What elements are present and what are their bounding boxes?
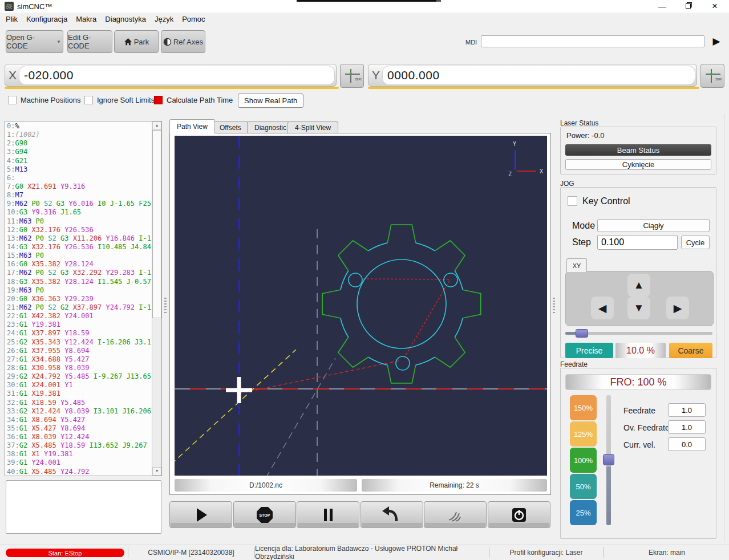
beam-status-button[interactable]: Beam Status [565,144,711,156]
pause-button[interactable] [297,501,359,528]
gcode-line[interactable]: 18:G3 X35.382 Y28.124 I1.545 J-0.57 [7,278,151,286]
menu-item-konfiguracja[interactable]: Konfiguracja [26,13,67,26]
gcode-line[interactable]: 24:G1 X37.897 Y18.59 [7,329,151,338]
gcode-line[interactable]: 37:G2 X5.485 Y18.59 I13.652 J9.267 [7,441,151,450]
jog-down-button[interactable]: ▼ [627,297,650,319]
gcode-line[interactable]: 32:G1 X18.59 Y5.485 [7,399,151,407]
gcode-line[interactable]: 6: [7,174,151,182]
gcode-line[interactable]: 28:G1 X30.958 Y8.039 [7,364,151,372]
gcode-line[interactable]: 17:M62 P0 S2 G3 X32.292 Y29.283 I-1 [7,269,151,277]
gcode-line[interactable]: 9:M62 P0 S2 G3 Y6.016 I0 J-1.65 F250 [7,200,151,208]
tab-path-view[interactable]: Path View [169,119,215,133]
gcode-line[interactable]: 20:G0 X36.363 Y29.239 [7,295,151,303]
gcode-line[interactable]: 36:G1 X8.039 Y12.424 [7,433,151,441]
curr-vel-input[interactable] [668,437,706,451]
gcode-line[interactable]: 0:% [7,122,151,131]
coarse-button[interactable]: Coarse [669,343,712,358]
feedrate-preset-100%[interactable]: 100% [570,448,597,473]
blow-button[interactable] [424,501,487,528]
gcode-line[interactable]: 27:G1 X34.688 Y5.427 [7,355,151,364]
play-button[interactable] [169,501,232,528]
tab-4-split-view[interactable]: 4-Split View [287,121,338,133]
park-button[interactable]: Park [114,30,159,53]
gcode-line[interactable]: 38:G1 X1 Y19.381 [7,450,151,458]
gcode-line[interactable]: 40:G1 X5.485 Y24.792 [7,468,151,475]
ref-axes-button[interactable]: Ref Axes [161,30,205,53]
jog-pad-tab-xy[interactable]: XY [566,258,587,272]
gcode-line[interactable]: 34:G1 X8.694 Y5.427 [7,416,151,424]
gcode-line[interactable]: 5:M13 [7,165,151,174]
menu-item-plik[interactable]: Plik [6,13,18,26]
undo-button[interactable] [361,501,423,528]
feedrate-preset-150%[interactable]: 150% [570,395,597,420]
gcode-line[interactable]: 35:G1 X5.427 Y8.694 [7,424,151,433]
cyknięcie-button[interactable]: Cyknięcie [565,159,711,170]
jog-right-button[interactable]: ▶ [666,297,689,319]
calculate-path-time-checkbox[interactable] [154,96,163,104]
gcode-line[interactable]: 22:G1 X42.382 Y24.001 [7,312,151,320]
gcode-line[interactable]: 39:G1 Y24.001 [7,458,151,467]
menu-item-makra[interactable]: Makra [76,13,96,26]
mdi-send-button[interactable]: ▶ [709,34,724,48]
gcode-line[interactable]: 1:(1002) [7,131,151,139]
gcode-line[interactable]: 3:G94 [7,148,151,156]
gcode-line[interactable]: 21:M62 P0 S2 G2 X37.897 Y24.792 I-14 [7,303,151,312]
scrollbar-thumb[interactable] [152,130,161,318]
jog-up-button[interactable]: ▲ [627,274,650,297]
tab-offsets[interactable]: Offsets [212,121,249,133]
key-control-checkbox[interactable] [568,196,577,206]
restore-button[interactable] [681,1,696,11]
open-gcode-button[interactable]: Open G-CODE [6,30,55,53]
power-button[interactable] [488,501,550,528]
ignore-soft-limits-checkbox[interactable] [84,96,93,104]
feedrate-input[interactable] [668,403,706,417]
gcode-line[interactable]: 14:G3 X32.176 Y26.536 I10.485 J4.845 [7,243,151,251]
gcode-line[interactable]: 29:G2 X24.792 Y5.485 I-9.267 J13.653 [7,372,151,381]
close-button[interactable]: × [707,1,722,11]
path-canvas[interactable]: YZX [175,136,547,476]
edit-gcode-button[interactable]: Edit G-CODE [67,30,112,53]
menu-item-pomoc[interactable]: Pomoc [182,13,205,26]
mdi-input[interactable] [481,35,704,47]
feedrate-preset-50%[interactable]: 50% [570,474,597,499]
gcode-line[interactable]: 31:G1 X19.381 [7,389,151,398]
gcode-line[interactable]: 12:G0 X32.176 Y26.536 [7,226,151,234]
gcode-line[interactable]: 7:G0 X21.691 Y9.316 [7,182,151,191]
stop-button[interactable]: STOP [233,501,296,528]
gcode-line[interactable]: 8:M7 [7,191,151,200]
gcode-line[interactable]: 25:G2 X35.343 Y12.424 I-16.206 J3.10 [7,338,151,347]
tab-diagnostic[interactable]: Diagnostic [247,121,294,133]
gcode-line[interactable]: 33:G2 X12.424 Y8.039 I3.101 J16.206 [7,407,151,416]
jog-speed-slider-handle[interactable] [576,329,588,338]
scroll-up-icon[interactable]: ▲ [152,121,161,130]
minimize-button[interactable]: — [655,1,670,11]
open-gcode-dropdown[interactable]: ▼ [55,30,63,53]
jog-mode-button[interactable]: Ciągły [597,219,710,232]
feedrate-slider-handle[interactable] [603,454,614,465]
show-real-path-button[interactable]: Show Real Path [238,94,303,108]
feedrate-preset-125%[interactable]: 125% [570,421,597,447]
jog-step-input[interactable] [597,235,678,250]
precise-button[interactable]: Precise [565,343,613,358]
gcode-line[interactable]: 19:M63 P0 [7,286,151,295]
gcode-line[interactable]: 26:G1 X37.955 Y8.694 [7,347,151,355]
gcode-line[interactable]: 10:G3 Y9.316 J1.65 [7,208,151,217]
cycle-button[interactable]: Cycle [681,236,710,249]
gcode-line[interactable]: 11:M63 P0 [7,217,151,226]
gcode-line[interactable]: 4:G21 [7,157,151,165]
menu-item-język[interactable]: Język [155,13,173,26]
scroll-down-icon[interactable]: ▼ [152,467,161,476]
zero-x-button[interactable]: ZERO [340,64,364,88]
splitter-handle-right[interactable] [553,298,555,314]
menu-item-diagnostyka[interactable]: Diagnostyka [105,13,146,26]
machine-positions-checkbox[interactable] [8,96,17,104]
zero-y-button[interactable]: ZERO [700,64,724,88]
feedrate-preset-25%[interactable]: 25% [570,500,597,525]
ov-feedrate-input[interactable] [668,420,706,434]
gcode-line[interactable]: 16:G0 X35.382 Y28.124 [7,260,151,269]
gcode-scrollbar[interactable]: ▲ ▼ [152,121,161,476]
splitter-handle-left[interactable] [164,298,167,314]
jog-left-button[interactable]: ◀ [591,297,614,319]
gcode-line[interactable]: 13:M62 P0 S2 G3 X11.206 Y16.846 I-10 [7,234,151,243]
gcode-line[interactable]: 15:M63 P0 [7,251,151,260]
